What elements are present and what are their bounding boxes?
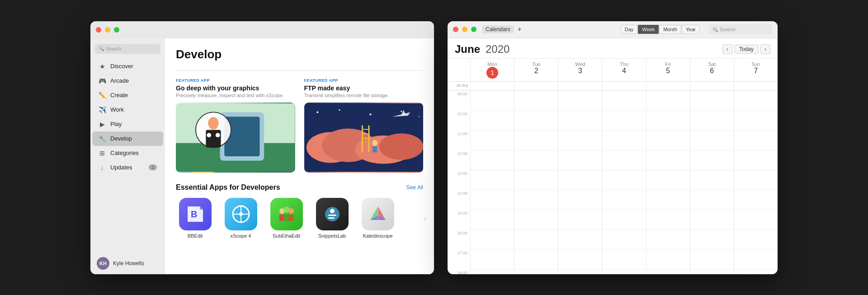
cell-sat-15[interactable] bbox=[690, 210, 734, 230]
cal-view-day[interactable]: Day bbox=[621, 25, 638, 34]
chevron-right-icon[interactable]: › bbox=[424, 213, 427, 223]
cell-sat-16[interactable] bbox=[690, 230, 734, 250]
cal-close-button[interactable] bbox=[453, 27, 458, 32]
cell-tue-14[interactable] bbox=[514, 190, 558, 210]
cell-sun-17[interactable] bbox=[734, 250, 778, 270]
sidebar-item-play[interactable]: ▶ Play bbox=[92, 117, 163, 131]
cell-thu-09[interactable] bbox=[602, 91, 646, 111]
cal-prev-button[interactable]: ‹ bbox=[722, 44, 732, 54]
cell-sat-14[interactable] bbox=[690, 190, 734, 210]
cell-tue-18[interactable] bbox=[514, 270, 558, 274]
cell-thu-17[interactable] bbox=[602, 250, 646, 270]
cell-tue-15[interactable] bbox=[514, 210, 558, 230]
cell-wed-15[interactable] bbox=[558, 210, 602, 230]
cell-tue-16[interactable] bbox=[514, 230, 558, 250]
cell-mon-17[interactable] bbox=[470, 250, 514, 270]
cal-minimize-button[interactable] bbox=[462, 27, 467, 32]
cell-sun-15[interactable] bbox=[734, 210, 778, 230]
cal-view-week[interactable]: Week bbox=[638, 25, 659, 34]
sidebar-item-updates[interactable]: ↓ Updates 2 bbox=[92, 160, 163, 175]
cell-fri-13[interactable] bbox=[646, 170, 690, 190]
cell-wed-12[interactable] bbox=[558, 150, 602, 170]
cell-wed-16[interactable] bbox=[558, 230, 602, 250]
cell-wed-09[interactable] bbox=[558, 91, 602, 111]
see-all-link[interactable]: See All bbox=[406, 184, 423, 191]
cell-tue-10[interactable] bbox=[514, 111, 558, 131]
app-item-kaleid[interactable]: Kaleidoscope bbox=[359, 198, 397, 239]
cell-thu-16[interactable] bbox=[602, 230, 646, 250]
cal-scroll-area[interactable]: 09:00 10:00 11:00 bbox=[448, 91, 778, 274]
cell-fri-18[interactable] bbox=[646, 270, 690, 274]
cell-thu-11[interactable] bbox=[602, 131, 646, 150]
cell-sun-13[interactable] bbox=[734, 170, 778, 190]
cell-tue-11[interactable] bbox=[514, 131, 558, 150]
cell-mon-11[interactable] bbox=[470, 131, 514, 150]
cell-thu-15[interactable] bbox=[602, 210, 646, 230]
app-item-snippets[interactable]: SnippetsLab bbox=[313, 198, 351, 239]
cell-fri-15[interactable] bbox=[646, 210, 690, 230]
cell-sat-13[interactable] bbox=[690, 170, 734, 190]
cell-tue-13[interactable] bbox=[514, 170, 558, 190]
cal-today-button[interactable]: Today bbox=[734, 45, 759, 54]
cell-sat-17[interactable] bbox=[690, 250, 734, 270]
featured-item-1[interactable]: FEATURED APP Go deep with your graphics … bbox=[176, 78, 295, 173]
sidebar-item-work[interactable]: ✈️ Work bbox=[92, 103, 163, 117]
close-button[interactable] bbox=[96, 27, 101, 33]
cell-wed-11[interactable] bbox=[558, 131, 602, 150]
cell-sun-09[interactable] bbox=[734, 91, 778, 111]
cell-mon-18[interactable] bbox=[470, 270, 514, 274]
cell-sun-18[interactable] bbox=[734, 270, 778, 274]
cell-thu-18[interactable] bbox=[602, 270, 646, 274]
cal-next-button[interactable]: › bbox=[760, 44, 770, 54]
cell-sun-11[interactable] bbox=[734, 131, 778, 150]
cell-sat-09[interactable] bbox=[690, 91, 734, 111]
cell-fri-17[interactable] bbox=[646, 250, 690, 270]
cell-wed-13[interactable] bbox=[558, 170, 602, 190]
sidebar-item-develop[interactable]: 🔧 Develop bbox=[92, 131, 163, 146]
calendar-search[interactable]: 🔍 Search bbox=[709, 24, 772, 34]
cell-mon-14[interactable] bbox=[470, 190, 514, 210]
calendars-button[interactable]: Calendars bbox=[482, 25, 514, 33]
cell-sun-12[interactable] bbox=[734, 150, 778, 170]
cal-view-year[interactable]: Year bbox=[682, 25, 700, 34]
add-calendar-button[interactable]: + bbox=[518, 25, 522, 33]
cell-fri-10[interactable] bbox=[646, 111, 690, 131]
cell-mon-15[interactable] bbox=[470, 210, 514, 230]
minimize-button[interactable] bbox=[105, 27, 110, 33]
sidebar-item-categories[interactable]: ⊞ Categories bbox=[92, 146, 163, 160]
sidebar-item-create[interactable]: ✏️ Create bbox=[92, 88, 163, 103]
cell-fri-16[interactable] bbox=[646, 230, 690, 250]
cal-maximize-button[interactable] bbox=[471, 27, 476, 32]
cell-sun-14[interactable] bbox=[734, 190, 778, 210]
cell-fri-11[interactable] bbox=[646, 131, 690, 150]
cell-thu-14[interactable] bbox=[602, 190, 646, 210]
cell-wed-18[interactable] bbox=[558, 270, 602, 274]
cell-wed-17[interactable] bbox=[558, 250, 602, 270]
sidebar-item-discover[interactable]: ★ Discover bbox=[92, 59, 163, 74]
cell-fri-12[interactable] bbox=[646, 150, 690, 170]
cell-sat-10[interactable] bbox=[690, 111, 734, 131]
cell-wed-10[interactable] bbox=[558, 111, 602, 131]
sidebar-item-arcade[interactable]: 🎮 Arcade bbox=[92, 74, 163, 88]
cell-mon-09[interactable] bbox=[470, 91, 514, 111]
cell-sat-12[interactable] bbox=[690, 150, 734, 170]
featured-item-2[interactable]: FEATURED APP FTP made easy Transmit simp… bbox=[304, 78, 424, 173]
cal-view-month[interactable]: Month bbox=[659, 25, 681, 34]
maximize-button[interactable] bbox=[114, 27, 119, 33]
cell-mon-10[interactable] bbox=[470, 111, 514, 131]
cell-tue-17[interactable] bbox=[514, 250, 558, 270]
cell-sun-16[interactable] bbox=[734, 230, 778, 250]
cell-fri-09[interactable] bbox=[646, 91, 690, 111]
cell-tue-09[interactable] bbox=[514, 91, 558, 111]
cell-tue-12[interactable] bbox=[514, 150, 558, 170]
cell-sun-10[interactable] bbox=[734, 111, 778, 131]
cell-fri-14[interactable] bbox=[646, 190, 690, 210]
cell-wed-14[interactable] bbox=[558, 190, 602, 210]
cell-thu-10[interactable] bbox=[602, 111, 646, 131]
cell-mon-13[interactable] bbox=[470, 170, 514, 190]
cell-sat-11[interactable] bbox=[690, 131, 734, 150]
cell-thu-12[interactable] bbox=[602, 150, 646, 170]
cell-mon-12[interactable] bbox=[470, 150, 514, 170]
app-item-bbedit[interactable]: B BBEdit bbox=[176, 198, 214, 239]
cell-thu-13[interactable] bbox=[602, 170, 646, 190]
